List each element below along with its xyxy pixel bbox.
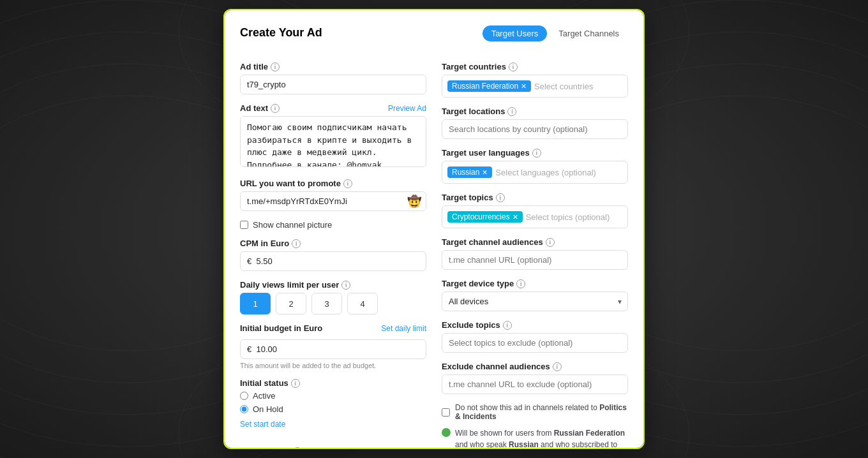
country-tag-russian-federation: Russian Federation ✕	[447, 80, 531, 92]
target-device-info-icon[interactable]: i	[516, 279, 525, 288]
exclude-topics-input[interactable]	[442, 333, 628, 353]
remove-topic-tag[interactable]: ✕	[513, 214, 518, 221]
device-dropdown[interactable]: All devices Desktop Mobile ▾	[442, 292, 628, 311]
ad-title-group: Ad title i	[240, 62, 426, 94]
budget-label: Initial budget in Euro	[240, 323, 322, 333]
target-locations-label: Target locations i	[442, 107, 628, 116]
cpm-label: CPM in Euro i	[240, 239, 426, 248]
tab-target-users[interactable]: Target Users	[483, 26, 548, 41]
target-channel-audiences-group: Target channel audiences i	[442, 237, 628, 270]
tab-target-channels[interactable]: Target Channels	[550, 26, 628, 41]
politics-checkbox[interactable]	[442, 408, 450, 417]
top-tabs: Target Users Target Channels	[483, 26, 628, 41]
show-channel-picture-checkbox[interactable]	[240, 221, 248, 229]
views-btn-4[interactable]: 4	[347, 293, 378, 314]
politics-label: Do not show this ad in channels related …	[455, 403, 628, 421]
create-ad-modal: Create Your Ad Target Users Target Chann…	[223, 9, 645, 449]
target-languages-group: Target user languages i Russian ✕	[442, 148, 628, 184]
preview-ad-link[interactable]: Preview Ad	[388, 104, 426, 113]
channel-audiences-info-icon[interactable]: i	[546, 238, 555, 247]
status-active-radio[interactable]	[240, 392, 248, 400]
target-topics-group: Target topics i Cryptocurrencies ✕	[442, 193, 628, 228]
languages-input-field[interactable]	[495, 168, 622, 177]
target-channel-audiences-label: Target channel audiences i	[442, 237, 628, 247]
initial-status-label: Initial status i	[240, 378, 426, 388]
target-locations-group: Target locations i	[442, 107, 628, 139]
target-locations-info-icon[interactable]: i	[507, 107, 516, 116]
exclude-topics-info-icon[interactable]: i	[503, 321, 512, 330]
remove-language-tag[interactable]: ✕	[482, 169, 488, 176]
target-languages-info-icon[interactable]: i	[532, 149, 541, 158]
exclude-topics-group: Exclude topics i	[442, 320, 628, 353]
status-active-row: Active	[240, 391, 426, 401]
views-limit-label: Daily views limit per user i	[240, 280, 426, 290]
ad-schedule-group: Ad Schedule i Run this ad on schedule	[240, 447, 426, 449]
initial-status-group: Initial status i Active On Hold Set	[240, 378, 426, 438]
ad-text-input[interactable]: Помогаю своим подписчикам начать разбира…	[240, 116, 426, 167]
channel-audiences-input[interactable]	[442, 250, 628, 270]
target-topics-info-icon[interactable]: i	[496, 193, 505, 202]
set-start-date-link[interactable]: Set start date	[240, 420, 285, 429]
show-channel-picture-row: Show channel picture	[240, 220, 426, 230]
exclude-channel-audiences-info-icon[interactable]: i	[553, 362, 562, 371]
remove-country-tag[interactable]: ✕	[521, 83, 527, 90]
cpm-info-icon[interactable]: i	[292, 239, 301, 248]
url-input[interactable]	[240, 191, 426, 211]
budget-group: Initial budget in Euro Set daily limit T…	[240, 323, 426, 369]
target-languages-label: Target user languages i	[442, 148, 628, 158]
views-btn-1[interactable]: 1	[240, 293, 271, 314]
device-select[interactable]: All devices Desktop Mobile	[442, 292, 628, 311]
status-on-hold-radio[interactable]	[240, 405, 248, 413]
url-label: URL you want to promote i	[240, 179, 426, 188]
ad-title-info-icon[interactable]: i	[271, 63, 280, 71]
views-limit-buttons: 1 2 3 4	[240, 293, 426, 314]
target-topics-input[interactable]: Cryptocurrencies ✕	[442, 205, 628, 228]
set-daily-limit-link[interactable]: Set daily limit	[381, 324, 426, 333]
notif-green-text: Will be shown for users from Russian Fed…	[455, 427, 628, 449]
exclude-channel-input[interactable]	[442, 374, 628, 394]
politics-row: Do not show this ad in channels related …	[442, 403, 628, 421]
url-emoji-icon: 🤠	[407, 195, 421, 209]
budget-note: This amount will be added to the ad budg…	[240, 362, 426, 369]
ad-title-label: Ad title i	[240, 62, 426, 71]
countries-input-field[interactable]	[534, 82, 622, 91]
target-device-group: Target device type i All devices Desktop…	[442, 279, 628, 311]
url-group: URL you want to promote i 🤠	[240, 179, 426, 211]
exclude-topics-label: Exclude topics i	[442, 320, 628, 330]
modal-title: Create Your Ad	[240, 26, 322, 40]
ad-text-group: Ad text i Preview Ad Помогаю своим подпи…	[240, 103, 426, 170]
target-countries-info-icon[interactable]: i	[509, 63, 518, 71]
target-countries-group: Target countries i Russian Federation ✕	[442, 62, 628, 98]
target-countries-label: Target countries i	[442, 62, 628, 71]
target-topics-label: Target topics i	[442, 193, 628, 202]
language-tag-russian: Russian ✕	[447, 166, 492, 178]
ad-schedule-label: Ad Schedule i	[240, 447, 426, 449]
topics-input-field[interactable]	[526, 212, 622, 222]
exclude-channel-audiences-label: Exclude channel audiences i	[442, 362, 628, 371]
target-countries-input[interactable]: Russian Federation ✕	[442, 75, 628, 98]
cpm-group: CPM in Euro i	[240, 239, 426, 271]
views-limit-info-icon[interactable]: i	[341, 281, 350, 290]
cpm-input[interactable]	[240, 251, 426, 271]
ad-title-input[interactable]	[240, 75, 426, 94]
initial-status-info-icon[interactable]: i	[291, 379, 300, 388]
ad-text-label: Ad text i	[240, 103, 280, 113]
show-channel-picture-label: Show channel picture	[253, 220, 332, 230]
topic-tag-crypto: Cryptocurrencies ✕	[447, 211, 523, 223]
views-btn-3[interactable]: 3	[311, 293, 342, 314]
target-locations-input[interactable]	[442, 119, 628, 139]
notif-green-row: Will be shown for users from Russian Fed…	[442, 427, 628, 449]
exclude-channel-audiences-group: Exclude channel audiences i	[442, 362, 628, 394]
status-on-hold-label: On Hold	[253, 404, 283, 414]
target-device-label: Target device type i	[442, 279, 628, 288]
views-limit-group: Daily views limit per user i 1 2 3 4	[240, 280, 426, 314]
ad-text-info-icon[interactable]: i	[271, 104, 280, 113]
views-btn-2[interactable]: 2	[276, 293, 306, 314]
url-info-icon[interactable]: i	[343, 179, 352, 188]
status-active-label: Active	[253, 391, 275, 401]
status-on-hold-row: On Hold	[240, 404, 426, 414]
budget-input[interactable]	[240, 339, 426, 359]
target-languages-input[interactable]: Russian ✕	[442, 161, 628, 184]
notif-green-dot	[442, 428, 451, 437]
ad-schedule-info-icon[interactable]: i	[293, 447, 302, 450]
